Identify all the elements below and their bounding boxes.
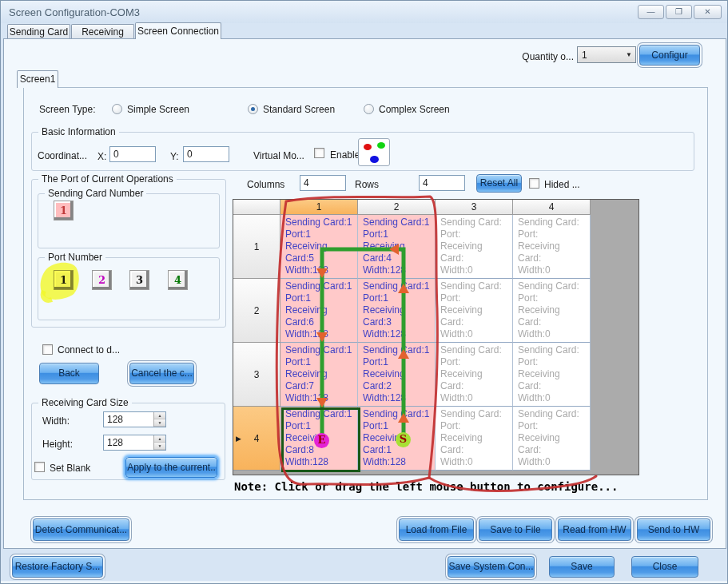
grid-row-header-4[interactable]: ▶4 [233,407,280,471]
quantity-label: Quantity o... [516,51,574,62]
simple-screen-label: Simple Screen [127,104,189,115]
radio-simple-screen[interactable] [112,104,122,114]
height-stepper[interactable]: 128 ▲▼ [103,435,166,451]
height-label: Height: [42,439,73,450]
tab-receiving-card[interactable]: Receiving Card [71,24,134,39]
y-field[interactable]: 0 [183,146,229,162]
grid-cell-r1c1[interactable]: Sending Card:1Port:1ReceivingCard:5Width… [280,215,358,279]
red-dot-icon [364,144,372,150]
spinner-down-icon[interactable]: ▼ [154,419,165,427]
grid-col-header-4[interactable]: 4 [513,200,591,215]
width-label: Width: [42,415,70,427]
connection-grid: 12341Sending Card:1Port:1ReceivingCard:5… [233,199,639,475]
port-1-button[interactable]: 1 [54,270,74,290]
tab-screen1[interactable]: Screen1 [17,70,58,88]
title-bar[interactable]: Screen Configuration-COM3 [1,1,727,23]
rgb-dots-button[interactable] [358,138,390,166]
set-blank-label: Set Blank [50,463,90,474]
grid-cell-r3c2[interactable]: Sending Card:1Port:1ReceivingCard:2Width… [358,343,436,407]
save-system-config-button[interactable]: Save System Con... [448,556,535,578]
grid-cell-r2c3[interactable]: Sending Card:Port:ReceivingCard:Width:0 [436,279,513,343]
spinner-up-icon[interactable]: ▲ [154,435,165,443]
columns-label: Columns [247,179,284,190]
width-value: 128 [104,412,153,427]
path-start-marker: S [396,432,411,447]
cancel-button[interactable]: Cancel the c... [129,363,194,384]
radio-complex-screen[interactable] [364,104,374,114]
minimize-button[interactable]: — [638,5,664,19]
grid-cell-r3c3[interactable]: Sending Card:Port:ReceivingCard:Width:0 [436,343,513,407]
complex-screen-label: Complex Screen [379,104,450,115]
grid-cell-r2c2[interactable]: Sending Card:1Port:1ReceivingCard:3Width… [358,279,436,343]
rows-field[interactable]: 4 [419,175,465,191]
grid-row-header-1[interactable]: 1 [233,215,280,279]
close-button[interactable]: ✕ [694,5,722,19]
grid-row-header-2[interactable]: 2 [233,279,280,343]
width-stepper[interactable]: 128 ▲▼ [103,411,166,427]
row-indicator-icon: ▶ [236,431,241,446]
tab-screen-connection[interactable]: Screen Connection [135,22,221,39]
x-label: X: [97,151,106,162]
grid-cell-r4c3[interactable]: Sending Card:Port:ReceivingCard:Width:0 [436,407,513,471]
screen-configuration-window: Screen Configuration-COM3 — ❐ ✕ Sending … [0,0,728,584]
grid-cell-r2c1[interactable]: Sending Card:1Port:1ReceivingCard:6Width… [280,279,358,343]
connection-grid-table: 12341Sending Card:1Port:1ReceivingCard:5… [233,200,591,471]
green-dot-icon [377,142,385,149]
spinner-up-icon[interactable]: ▲ [154,412,165,419]
maximize-icon: ❐ [675,7,682,16]
maximize-button[interactable]: ❐ [666,5,692,19]
minimize-icon: — [647,7,655,16]
save-to-file-button[interactable]: Save to File [479,518,552,541]
height-value: 128 [104,435,153,450]
grid-cell-r2c4[interactable]: Sending Card:Port:ReceivingCard:Width:0 [513,279,591,343]
bottom-strip [1,581,727,584]
grid-cell-r1c3[interactable]: Sending Card:Port:ReceivingCard:Width:0 [436,215,513,279]
grid-row-header-3[interactable]: 3 [233,343,280,407]
grid-cell-r3c4[interactable]: Sending Card:Port:ReceivingCard:Width:0 [513,343,591,407]
configure-button[interactable]: Configur [639,45,700,66]
load-from-file-button[interactable]: Load from File [399,518,474,541]
grid-col-header-3[interactable]: 3 [436,200,513,215]
virtual-mode-label: Virtual Mo... [253,150,304,161]
port-number-title: Port Number [45,252,105,263]
chevron-down-icon: ▼ [623,51,635,58]
connect-to-device-checkbox[interactable] [42,344,53,355]
set-blank-checkbox[interactable] [34,462,45,472]
hided-label: Hided ... [544,179,580,190]
basic-information-title: Basic Information [38,126,119,137]
coordinate-label: Coordinat... [38,150,87,161]
grid-cell-r4c4[interactable]: Sending Card:Port:ReceivingCard:Width:0 [513,407,591,471]
port-3-button[interactable]: 3 [129,270,149,290]
apply-to-current-button[interactable]: Apply to the current.. [125,457,217,478]
radio-standard-screen[interactable] [248,104,258,114]
tab-sending-card[interactable]: Sending Card [7,24,70,39]
grid-cell-r1c4[interactable]: Sending Card:Port:ReceivingCard:Width:0 [513,215,591,279]
grid-cell-r3c1[interactable]: Sending Card:1Port:1ReceivingCard:7Width… [280,343,358,407]
window-title: Screen Configuration-COM3 [9,6,140,18]
port-4-button[interactable]: 4 [168,270,188,290]
hided-checkbox[interactable] [529,178,539,189]
grid-cell-r1c2[interactable]: Sending Card:1Port:1ReceivingCard:4Width… [358,215,436,279]
save-button[interactable]: Save [549,556,615,578]
read-from-hw-button[interactable]: Read from HW [558,518,631,541]
sending-card-1-button[interactable]: 1 [54,201,74,220]
quantity-select[interactable]: 1 ▼ [577,46,636,63]
detect-communication-button[interactable]: Detect Communicat... [33,518,129,541]
restore-factory-button[interactable]: Restore Factory S... [12,556,103,578]
send-to-hw-button[interactable]: Send to HW [637,518,710,541]
rows-label: Rows [355,179,379,190]
port-2-button[interactable]: 2 [92,270,112,290]
reset-all-button[interactable]: Reset All [476,174,522,193]
spinner-down-icon[interactable]: ▼ [154,443,165,450]
close-dialog-button[interactable]: Close [631,556,698,578]
blue-dot-icon [370,156,379,163]
columns-field[interactable]: 4 [300,175,346,191]
grid-col-header-1[interactable]: 1 [280,200,358,215]
back-button[interactable]: Back [39,363,99,384]
quantity-value: 1 [578,50,623,61]
x-field[interactable]: 0 [109,146,156,162]
grid-corner [233,200,280,215]
note-text: Note: Click or drag the left mouse butto… [234,480,646,493]
grid-col-header-2[interactable]: 2 [358,200,436,215]
enable-checkbox[interactable] [314,148,324,158]
